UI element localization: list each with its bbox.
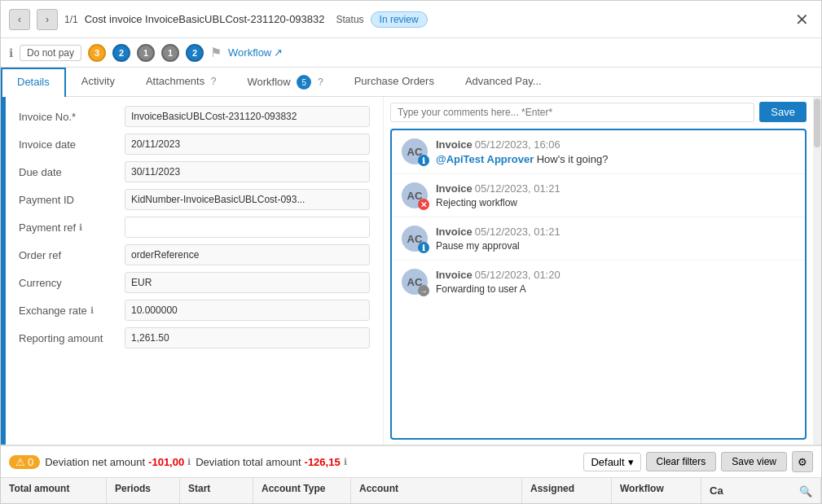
activity-content-3: Invoice 05/12/2023, 01:21 Pause my appro… [436,226,795,252]
activity-item-3: AC ℹ Invoice 05/12/2023, 01:21 Pause my … [392,217,805,261]
activity-meta-3: Invoice 05/12/2023, 01:21 [436,226,795,238]
activity-meta-1: Invoice 05/12/2023, 16:06 [436,138,795,151]
flag-icon: ⚑ [210,45,222,60]
workflow-badge: 5 [297,75,311,90]
order-ref-label: Order ref [19,249,125,261]
clear-filters-button[interactable]: Clear filters [646,452,717,471]
deviation-total-value: -126,15 [305,456,341,468]
activity-content-1: Invoice 05/12/2023, 16:06 @ApiTest Appro… [436,138,795,165]
payment-ref-info-icon[interactable]: ℹ [79,222,82,233]
main-window: ‹ › 1/1 Cost invoice InvoiceBasicUBLCost… [0,0,822,504]
deviation-total-item: Deviation total amount -126,15 ℹ [196,456,346,468]
workflow-question: ? [318,77,323,88]
left-edge-indicator [1,97,6,445]
avatar-badge-error-2: ✕ [418,199,429,210]
invoice-date-input[interactable] [125,134,370,155]
order-ref-row: Order ref [19,243,370,266]
next-button[interactable]: › [37,9,58,30]
save-comment-button[interactable]: Save [759,102,807,122]
order-ref-input[interactable] [125,244,370,265]
attachments-question: ? [211,76,217,87]
tab-purchase-orders[interactable]: Purchase Orders [339,68,450,96]
invoice-date-row: Invoice date [19,133,370,156]
payment-ref-label: Payment ref ℹ [19,221,125,234]
close-button[interactable]: ✕ [790,8,813,31]
tab-workflow[interactable]: Workflow 5 ? [232,68,339,96]
th-total-amount: Total amount [1,478,107,503]
reporting-amount-input[interactable] [125,327,370,348]
th-start: Start [180,478,253,503]
activity-text-2: Rejecting workflow [436,197,795,208]
top-bar: ‹ › 1/1 Cost invoice InvoiceBasicUBLCost… [1,1,821,38]
info-icon[interactable]: ℹ [9,46,13,59]
bottom-bar: ⚠ 0 Deviation net amount -101,00 ℹ Devia… [1,445,821,477]
warning-badge: ⚠ 0 [9,455,40,469]
activity-text-3: Pause my approval [436,240,795,252]
second-bar: ℹ Do not pay 3 2 1 1 2 ⚑ Workflow ↗ [1,38,821,68]
do-not-pay-button[interactable]: Do not pay [20,45,81,61]
invoice-no-input[interactable] [125,106,370,127]
payment-ref-input[interactable] [125,217,370,238]
page-counter: 1/1 [64,14,78,25]
activity-item-2: AC ✕ Invoice 05/12/2023, 01:21 Rejecting… [392,174,805,217]
due-date-input[interactable] [125,161,370,182]
activity-text-4: Forwarding to user A [436,283,795,295]
activity-text-1: @ApiTest Approver How's it going? [436,153,795,165]
tab-activity[interactable]: Activity [66,68,130,96]
activity-item-1: AC ℹ Invoice 05/12/2023, 16:06 @ApiTest … [392,130,805,174]
avatar-badge-info-1: ℹ [418,155,429,166]
workflow-panel: Save AC ℹ Invoice 05/12/2023, 16:06 [384,97,813,445]
settings-gear-button[interactable]: ⚙ [792,451,813,472]
due-date-label: Due date [19,166,125,178]
avatar-2: AC ✕ [402,182,428,208]
comment-input[interactable] [390,103,754,122]
th-workflow: Workflow [612,478,701,503]
avatar-4: AC → [402,269,428,295]
form-panel: Invoice No.* Invoice date Due date Payme… [1,97,384,445]
deviation-net-value: -101,00 [148,456,184,468]
invoice-no-label: Invoice No.* [19,111,125,123]
scrollbar-thumb [814,99,820,147]
invoice-date-label: Invoice date [19,138,125,151]
deviation-total-info-icon[interactable]: ℹ [344,457,347,467]
badge-blue-1[interactable]: 2 [112,44,130,62]
deviation-net-item: Deviation net amount -101,00 ℹ [45,456,191,468]
payment-ref-row: Payment ref ℹ [19,216,370,239]
gear-icon: ⚙ [798,456,807,468]
warning-icon: ⚠ [15,456,25,468]
currency-select[interactable]: EUR [125,272,370,293]
tab-details[interactable]: Details [1,68,66,97]
activity-item-4: AC → Invoice 05/12/2023, 01:20 Forwardin… [392,261,805,303]
prev-button[interactable]: ‹ [9,9,30,30]
exchange-rate-label: Exchange rate ℹ [19,305,125,317]
table-search-button[interactable]: 🔍 [799,484,812,498]
badge-gray-1[interactable]: 1 [137,44,155,62]
chevron-down-icon: ▾ [628,456,634,468]
tab-bar: Details Activity Attachments ? Workflow … [1,68,821,97]
exchange-rate-input[interactable] [125,300,370,321]
save-view-button[interactable]: Save view [721,452,787,471]
exchange-rate-info-icon[interactable]: ℹ [90,305,94,316]
activity-content-2: Invoice 05/12/2023, 01:21 Rejecting work… [436,182,795,208]
badge-blue-2[interactable]: 2 [186,44,204,62]
th-account: Account [351,478,522,503]
badge-orange-1[interactable]: 3 [88,44,106,62]
currency-label: Currency [19,277,125,289]
deviation-net-info-icon[interactable]: ℹ [187,457,191,467]
table-header: Total amount Periods Start Account Type … [1,477,821,503]
activity-meta-4: Invoice 05/12/2023, 01:20 [436,269,795,281]
exchange-rate-row: Exchange rate ℹ [19,299,370,322]
reporting-amount-row: Reporting amount [19,327,370,349]
invoice-title: Cost invoice InvoiceBasicUBLCost-231120-… [85,13,325,25]
payment-id-label: Payment ID [19,194,125,206]
payment-id-input[interactable] [125,189,370,210]
tab-advanced-pay[interactable]: Advanced Pay... [450,68,557,96]
workflow-link[interactable]: Workflow ↗ [228,46,283,59]
tab-attachments[interactable]: Attachments ? [130,68,232,96]
payment-id-row: Payment ID [19,188,370,211]
badge-gray-2[interactable]: 1 [161,44,179,62]
default-select[interactable]: Default ▾ [583,453,640,471]
currency-row: Currency EUR [19,271,370,294]
right-scrollbar[interactable] [813,97,821,445]
content-area: Invoice No.* Invoice date Due date Payme… [1,97,821,445]
